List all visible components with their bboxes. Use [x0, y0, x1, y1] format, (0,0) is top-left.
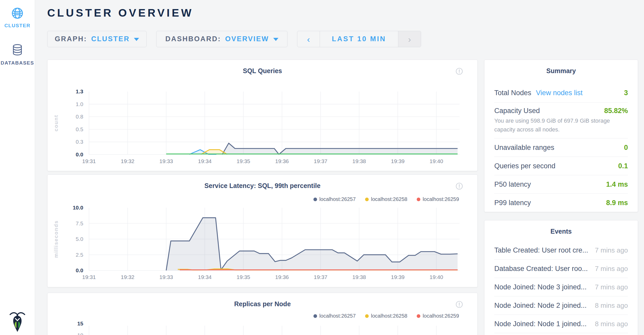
summary-panel: Summary Total Nodes View nodes list 3 Ca…	[484, 60, 638, 212]
event-row[interactable]: Node Joined: Node 1 joined... 8 mins ago	[494, 315, 628, 333]
summary-value: 1.4 ms	[606, 180, 628, 189]
svg-text:19:32: 19:32	[121, 274, 134, 280]
svg-text:19:33: 19:33	[159, 158, 173, 164]
svg-text:19:36: 19:36	[275, 274, 289, 280]
sidebar-item-databases[interactable]: DATABASES	[0, 44, 35, 66]
svg-text:10.0: 10.0	[73, 205, 83, 211]
event-row[interactable]: Database Created: User roo... 7 mins ago	[494, 260, 628, 278]
svg-text:7.5: 7.5	[76, 220, 83, 226]
chart-title: Service Latency: SQL, 99th percentile	[47, 182, 477, 190]
summary-row-total-nodes: Total Nodes View nodes list 3	[494, 83, 628, 102]
svg-text:15: 15	[77, 320, 84, 326]
legend-item[interactable]: localhost:26257	[313, 313, 356, 319]
events-list: Table Created: User root cre... 7 mins a…	[494, 241, 628, 333]
dashboard-dropdown[interactable]: DASHBOARD: OVERVIEW	[156, 31, 287, 47]
svg-text:19:39: 19:39	[391, 158, 405, 164]
sidebar-item-cluster[interactable]: CLUSTER	[0, 7, 35, 29]
svg-text:19:39: 19:39	[391, 274, 405, 280]
database-icon	[11, 44, 23, 58]
summary-row: Queries per second 0.1	[494, 157, 628, 175]
legend-dot-icon	[365, 314, 369, 318]
svg-text:19:40: 19:40	[429, 158, 443, 164]
legend-label: localhost:26257	[319, 196, 356, 202]
svg-text:19:36: 19:36	[275, 158, 289, 164]
time-range-selector: ‹ LAST 10 MIN ›	[297, 31, 421, 47]
summary-body: Total Nodes View nodes list 3 Capacity U…	[494, 83, 628, 212]
summary-label: Capacity Used	[494, 107, 540, 115]
legend-item[interactable]: localhost:26258	[365, 196, 407, 202]
summary-row: P99 latency 8.9 ms	[494, 193, 628, 212]
service-latency-panel: 0.02.55.07.510.019:3119:3219:3319:3419:3…	[47, 175, 478, 287]
svg-text:19:35: 19:35	[237, 274, 250, 280]
sql-queries-panel: 0.00.30.50.81.01.319:3119:3219:3319:3419…	[47, 60, 478, 171]
event-time: 8 mins ago	[595, 320, 628, 328]
page-title: CLUSTER OVERVIEW	[47, 7, 194, 19]
graph-dropdown[interactable]: GRAPH: CLUSTER	[47, 31, 147, 47]
info-icon[interactable]	[456, 68, 463, 75]
svg-text:5.0: 5.0	[76, 236, 83, 242]
event-row[interactable]: Table Created: User root cre... 7 mins a…	[494, 241, 628, 260]
graph-dropdown-value: CLUSTER	[91, 35, 130, 43]
legend-label: localhost:26259	[423, 196, 459, 202]
legend-item[interactable]: localhost:26257	[313, 196, 356, 202]
sidebar: CLUSTER DATABASES	[0, 0, 35, 335]
summary-row: P50 latency 1.4 ms	[494, 175, 628, 193]
legend-dot-icon	[313, 314, 317, 318]
sidebar-item-label: DATABASES	[0, 60, 35, 66]
event-row[interactable]: Node Joined: Node 3 joined... 7 mins ago	[494, 278, 628, 296]
legend-item[interactable]: localhost:26259	[417, 313, 459, 319]
event-time: 7 mins ago	[595, 265, 628, 273]
svg-text:19:37: 19:37	[314, 158, 327, 164]
event-label: Node Joined: Node 3 joined...	[494, 283, 587, 291]
chevron-right-icon: ›	[408, 35, 411, 44]
chart-legend: localhost:26257localhost:26258localhost:…	[313, 196, 459, 202]
svg-text:19:37: 19:37	[314, 274, 327, 280]
capacity-subtext: You are using 598.9 GiB of 697.9 GiB sto…	[494, 116, 616, 134]
view-nodes-list-link[interactable]: View nodes list	[536, 89, 583, 97]
replicas-per-node-panel: 1510 Replicas per Node localhost:26257lo…	[47, 293, 478, 335]
summary-label: P99 latency	[494, 199, 531, 207]
svg-text:19:32: 19:32	[121, 158, 134, 164]
legend-label: localhost:26259	[423, 313, 459, 319]
svg-text:10: 10	[77, 332, 83, 335]
chart-title: SQL Queries	[47, 67, 477, 75]
info-icon[interactable]	[456, 301, 463, 308]
event-label: Node Joined: Node 1 joined...	[494, 320, 587, 328]
chart-title: Replicas per Node	[47, 300, 477, 308]
svg-text:19:31: 19:31	[82, 274, 96, 280]
svg-text:19:35: 19:35	[237, 158, 250, 164]
graph-dropdown-label: GRAPH:	[55, 35, 87, 43]
svg-text:19:38: 19:38	[352, 274, 366, 280]
globe-icon	[11, 7, 23, 20]
svg-text:0.8: 0.8	[76, 114, 83, 120]
cockroach-bug-icon[interactable]	[9, 311, 25, 333]
time-range-button[interactable]: LAST 10 MIN	[320, 31, 398, 47]
chevron-left-icon: ‹	[307, 35, 310, 44]
service-latency-chart: 0.02.55.07.510.019:3119:3219:3319:3419:3…	[47, 175, 477, 287]
time-next-button[interactable]: ›	[398, 31, 421, 47]
chart-legend: localhost:26257localhost:26258localhost:…	[313, 313, 459, 319]
info-icon[interactable]	[456, 183, 463, 190]
legend-dot-icon	[417, 314, 420, 318]
legend-dot-icon	[365, 198, 369, 201]
sql-queries-chart: 0.00.30.50.81.01.319:3119:3219:3319:3419…	[47, 60, 477, 171]
svg-text:milliseconds: milliseconds	[53, 220, 59, 258]
legend-item[interactable]: localhost:26259	[417, 196, 459, 202]
time-prev-button[interactable]: ‹	[297, 31, 320, 47]
legend-label: localhost:26258	[371, 196, 407, 202]
summary-row: Unavailable ranges 0	[494, 138, 628, 157]
event-label: Node Joined: Node 2 joined...	[494, 302, 587, 310]
summary-value: 0	[624, 144, 628, 152]
svg-text:19:40: 19:40	[429, 274, 443, 280]
svg-text:19:38: 19:38	[352, 158, 366, 164]
legend-item[interactable]: localhost:26258	[365, 313, 407, 319]
summary-label: Queries per second	[494, 162, 556, 170]
summary-value: 3	[624, 89, 628, 97]
svg-text:1.3: 1.3	[76, 88, 83, 94]
legend-dot-icon	[313, 198, 317, 201]
legend-dot-icon	[417, 198, 420, 201]
event-row[interactable]: Node Joined: Node 2 joined... 8 mins ago	[494, 296, 628, 315]
events-title: Events	[484, 228, 638, 235]
summary-value: 8.9 ms	[606, 199, 628, 207]
chart-canvas: 0.00.30.50.81.01.319:3119:3219:3319:3419…	[47, 60, 478, 171]
